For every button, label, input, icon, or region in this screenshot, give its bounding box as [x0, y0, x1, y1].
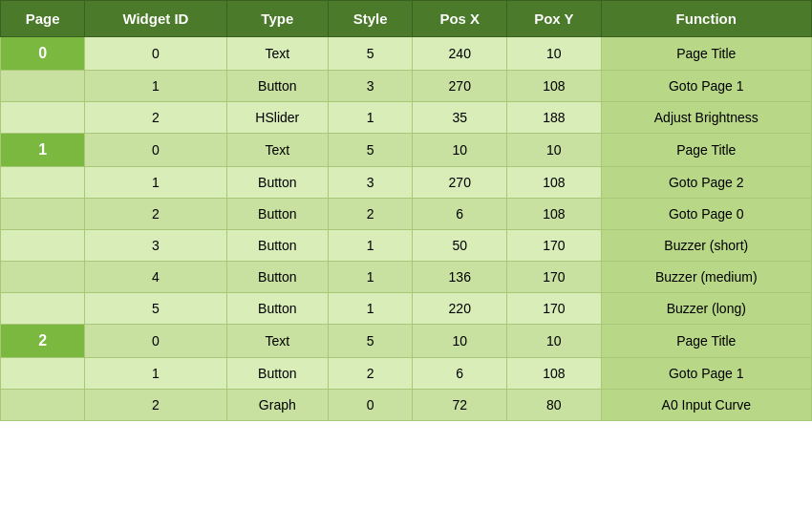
pos-x-cell: 50 — [413, 230, 507, 262]
style-cell: 1 — [329, 230, 413, 262]
pos-y-cell: 10 — [507, 325, 601, 358]
pos-x-cell: 240 — [413, 37, 507, 71]
function-cell: Goto Page 2 — [601, 167, 811, 199]
widget-id-cell: 0 — [85, 37, 226, 71]
pos-x-cell: 136 — [413, 262, 507, 293]
page-cell — [1, 167, 85, 199]
pos-x-cell: 220 — [413, 293, 507, 325]
widget-id-cell: 1 — [85, 71, 226, 102]
style-cell: 1 — [329, 293, 413, 325]
type-cell: Button — [226, 230, 328, 262]
page-cell — [1, 262, 85, 293]
type-cell: Text — [226, 325, 328, 358]
type-cell: Button — [226, 358, 328, 390]
pos-x-cell: 6 — [413, 358, 507, 390]
style-cell: 2 — [329, 199, 413, 230]
pos-x-cell: 10 — [413, 325, 507, 358]
page-cell: 1 — [1, 134, 85, 167]
type-cell: Text — [226, 37, 328, 71]
type-cell: Button — [226, 293, 328, 325]
style-cell: 0 — [329, 390, 413, 421]
type-cell: Graph — [226, 390, 328, 421]
page-cell — [1, 293, 85, 325]
type-cell: Text — [226, 134, 328, 167]
function-cell: Page Title — [601, 37, 811, 71]
pos-y-cell: 108 — [507, 167, 601, 199]
pos-y-cell: 188 — [507, 102, 601, 134]
function-cell: A0 Input Curve — [601, 390, 811, 421]
page-cell: 2 — [1, 325, 85, 358]
page-cell — [1, 199, 85, 230]
function-cell: Goto Page 1 — [601, 71, 811, 102]
function-cell: Buzzer (short) — [601, 230, 811, 262]
style-cell: 2 — [329, 358, 413, 390]
col-header-pos-y: Pox Y — [507, 1, 601, 37]
pos-y-cell: 108 — [507, 199, 601, 230]
pos-y-cell: 170 — [507, 293, 601, 325]
col-header-function: Function — [601, 1, 811, 37]
page-cell — [1, 102, 85, 134]
function-cell: Adjust Brightness — [601, 102, 811, 134]
widget-id-cell: 3 — [85, 230, 226, 262]
function-cell: Buzzer (medium) — [601, 262, 811, 293]
function-cell: Page Title — [601, 134, 811, 167]
type-cell: Button — [226, 199, 328, 230]
pos-x-cell: 35 — [413, 102, 507, 134]
col-header-type: Type — [226, 1, 328, 37]
col-header-pos-x: Pos X — [413, 1, 507, 37]
widget-id-cell: 2 — [85, 102, 226, 134]
widget-id-cell: 0 — [85, 325, 226, 358]
type-cell: Button — [226, 262, 328, 293]
style-cell: 1 — [329, 262, 413, 293]
widget-id-cell: 1 — [85, 358, 226, 390]
function-cell: Goto Page 1 — [601, 358, 811, 390]
widget-id-cell: 1 — [85, 167, 226, 199]
pos-y-cell: 170 — [507, 230, 601, 262]
col-header-page: Page — [1, 1, 85, 37]
pos-y-cell: 108 — [507, 71, 601, 102]
type-cell: Button — [226, 167, 328, 199]
style-cell: 5 — [329, 325, 413, 358]
style-cell: 5 — [329, 134, 413, 167]
pos-y-cell: 170 — [507, 262, 601, 293]
widget-id-cell: 2 — [85, 390, 226, 421]
widget-id-cell: 4 — [85, 262, 226, 293]
style-cell: 3 — [329, 71, 413, 102]
pos-y-cell: 10 — [507, 134, 601, 167]
col-header-widget-id: Widget ID — [85, 1, 226, 37]
style-cell: 5 — [329, 37, 413, 71]
col-header-style: Style — [329, 1, 413, 37]
type-cell: Button — [226, 71, 328, 102]
page-cell — [1, 230, 85, 262]
pos-y-cell: 10 — [507, 37, 601, 71]
pos-x-cell: 72 — [413, 390, 507, 421]
style-cell: 1 — [329, 102, 413, 134]
pos-y-cell: 80 — [507, 390, 601, 421]
widget-id-cell: 5 — [85, 293, 226, 325]
pos-x-cell: 270 — [413, 167, 507, 199]
function-cell: Goto Page 0 — [601, 199, 811, 230]
type-cell: HSlider — [226, 102, 328, 134]
style-cell: 3 — [329, 167, 413, 199]
page-cell — [1, 71, 85, 102]
function-cell: Buzzer (long) — [601, 293, 811, 325]
page-cell — [1, 358, 85, 390]
widget-id-cell: 2 — [85, 199, 226, 230]
pos-x-cell: 270 — [413, 71, 507, 102]
page-cell — [1, 390, 85, 421]
pos-x-cell: 6 — [413, 199, 507, 230]
pos-y-cell: 108 — [507, 358, 601, 390]
function-cell: Page Title — [601, 325, 811, 358]
widget-id-cell: 0 — [85, 134, 226, 167]
pos-x-cell: 10 — [413, 134, 507, 167]
page-cell: 0 — [1, 37, 85, 71]
